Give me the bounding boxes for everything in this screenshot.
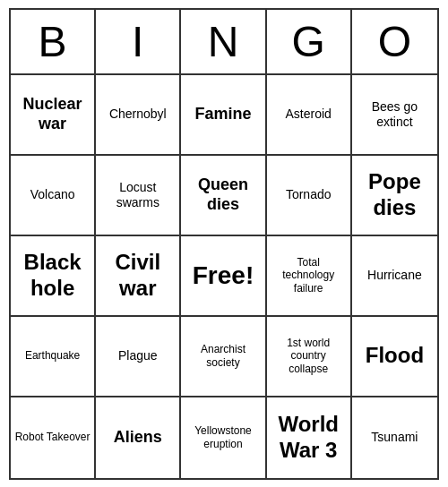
bingo-cell-24[interactable]: Tsunami xyxy=(352,397,437,478)
bingo-cell-14[interactable]: Hurricane xyxy=(352,236,437,317)
bingo-cell-9[interactable]: Pope dies xyxy=(352,156,437,236)
bingo-header: B I N G O xyxy=(11,10,437,75)
cell-text-20: Robot Takeover xyxy=(15,431,90,443)
bingo-cell-6[interactable]: Locust swarms xyxy=(96,156,181,236)
cell-text-5: Volcano xyxy=(30,187,75,202)
bingo-cell-20[interactable]: Robot Takeover xyxy=(11,397,96,478)
cell-text-0: Nuclear war xyxy=(14,95,90,133)
cell-text-18: 1st world country collapse xyxy=(271,337,347,375)
letter-g: G xyxy=(267,10,352,73)
bingo-card: B I N G O Nuclear warChernobylFamineAste… xyxy=(9,8,439,480)
letter-i: I xyxy=(96,10,181,73)
bingo-cell-7[interactable]: Queen dies xyxy=(181,156,266,236)
bingo-cell-13[interactable]: Total technology failure xyxy=(267,236,352,317)
cell-text-1: Chernobyl xyxy=(109,107,167,122)
cell-text-24: Tsunami xyxy=(371,430,418,445)
bingo-cell-17[interactable]: Anarchist society xyxy=(181,317,266,397)
letter-n: N xyxy=(181,10,266,73)
bingo-cell-8[interactable]: Tornado xyxy=(267,156,352,236)
bingo-cell-22[interactable]: Yellowstone eruption xyxy=(181,397,266,478)
cell-text-14: Hurricane xyxy=(367,268,422,283)
letter-b: B xyxy=(11,10,96,73)
cell-text-19: Flood xyxy=(366,343,424,369)
cell-text-22: Yellowstone eruption xyxy=(185,424,261,450)
bingo-cell-10[interactable]: Black hole xyxy=(11,236,96,317)
cell-text-7: Queen dies xyxy=(185,175,261,214)
letter-o: O xyxy=(352,10,437,73)
cell-text-3: Asteroid xyxy=(286,107,332,122)
bingo-cell-5[interactable]: Volcano xyxy=(11,156,96,236)
bingo-cell-19[interactable]: Flood xyxy=(352,317,437,397)
bingo-cell-21[interactable]: Aliens xyxy=(96,397,181,478)
bingo-cell-1[interactable]: Chernobyl xyxy=(96,75,181,156)
cell-text-11: Civil war xyxy=(99,250,176,302)
cell-text-13: Total technology failure xyxy=(271,256,347,295)
cell-text-15: Earthquake xyxy=(25,349,80,362)
cell-text-21: Aliens xyxy=(114,428,162,448)
cell-text-12: Free! xyxy=(193,261,254,291)
bingo-cell-23[interactable]: World War 3 xyxy=(267,397,352,478)
bingo-cell-3[interactable]: Asteroid xyxy=(267,75,352,156)
bingo-cell-0[interactable]: Nuclear war xyxy=(11,75,96,156)
bingo-grid: Nuclear warChernobylFamineAsteroidBees g… xyxy=(11,75,437,478)
cell-text-16: Plague xyxy=(118,348,158,363)
cell-text-10: Black hole xyxy=(14,250,90,302)
cell-text-2: Famine xyxy=(194,105,251,124)
bingo-cell-16[interactable]: Plague xyxy=(96,317,181,397)
bingo-cell-18[interactable]: 1st world country collapse xyxy=(267,317,352,397)
cell-text-8: Tornado xyxy=(286,187,332,202)
bingo-cell-11[interactable]: Civil war xyxy=(96,236,181,317)
bingo-cell-12[interactable]: Free! xyxy=(181,236,266,317)
cell-text-23: World War 3 xyxy=(271,412,347,464)
cell-text-4: Bees go extinct xyxy=(356,99,434,130)
cell-text-9: Pope dies xyxy=(356,169,434,221)
bingo-cell-2[interactable]: Famine xyxy=(181,75,266,156)
bingo-cell-15[interactable]: Earthquake xyxy=(11,317,96,397)
cell-text-6: Locust swarms xyxy=(99,180,176,210)
cell-text-17: Anarchist society xyxy=(185,343,261,369)
bingo-cell-4[interactable]: Bees go extinct xyxy=(352,75,437,156)
